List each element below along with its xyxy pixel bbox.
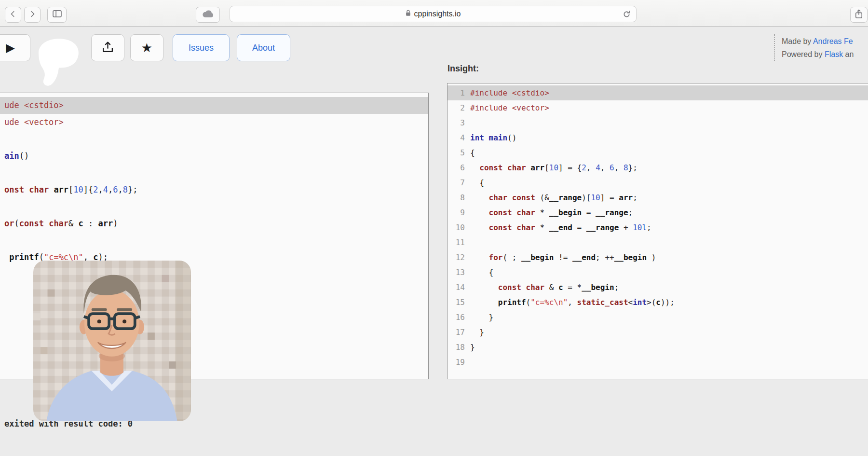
issues-button[interactable]: Issues [173, 34, 230, 61]
play-icon: ▶ [6, 41, 14, 55]
author-photo [33, 261, 191, 421]
url-bar[interactable]: cppinsights.io [230, 6, 637, 22]
upload-icon [101, 41, 114, 55]
line-number: 14 [450, 280, 465, 295]
star-button[interactable]: ★ [130, 34, 163, 61]
line-number: 10 [450, 220, 465, 235]
insight-panel: 1#include <cstdio>2#include <vector>34in… [447, 83, 868, 379]
source-code[interactable]: ude <cstdio>ude <vector>ain()onst char a… [0, 97, 428, 266]
credits: Made by Andreas Fe Powered by Flask an [782, 35, 854, 61]
line-number: 13 [450, 265, 465, 280]
credit-text: Made by [782, 37, 813, 45]
code-line: 4int main() [448, 130, 868, 145]
line-number: 18 [450, 340, 465, 355]
line-number: 19 [450, 355, 465, 370]
page: cppinsights.io ▶ ★ Issues About Made by … [0, 0, 868, 456]
cloud-tab-button[interactable] [196, 7, 220, 23]
about-button[interactable]: About [237, 34, 290, 61]
run-button[interactable]: ▶ [0, 34, 30, 61]
credit-link[interactable]: Andreas Fe [813, 37, 853, 45]
sidebar-toggle-button[interactable] [47, 7, 67, 23]
chevron-right-icon [29, 11, 36, 19]
code-line: 7 { [448, 175, 868, 190]
line-number: 12 [450, 250, 465, 265]
about-label: About [252, 43, 275, 53]
line-number: 9 [450, 205, 465, 220]
reload-icon[interactable] [623, 10, 631, 20]
credit-line-made-by: Made by Andreas Fe [782, 35, 854, 48]
code-line: 19 [448, 355, 868, 370]
line-number: 5 [450, 145, 465, 160]
credit-line-powered-by: Powered by Flask an [782, 48, 854, 61]
lock-icon [406, 10, 411, 18]
code-line [0, 165, 428, 181]
code-line [0, 198, 428, 215]
code-line: 9 const char * __begin = __range; [448, 205, 868, 220]
line-number: 11 [450, 235, 465, 250]
forward-button[interactable] [24, 7, 41, 23]
line-number: 15 [450, 295, 465, 310]
code-line [0, 232, 428, 249]
white-blob-overlay [32, 25, 86, 101]
code-line: 11 [448, 235, 868, 250]
author-photo-illustration [33, 261, 191, 421]
code-line: or(const char& c : arr) [0, 215, 428, 232]
code-line: 14 const char & c = *__begin; [448, 280, 868, 295]
credit-text: Powered by [782, 50, 825, 58]
code-line: 15 printf("c=%c\n", static_cast<int>(c))… [448, 295, 868, 310]
code-line: 10 const char * __end = __range + 10l; [448, 220, 868, 235]
line-number: 1 [450, 85, 465, 100]
code-line: 6 const char arr[10] = {2, 4, 6, 8}; [448, 160, 868, 175]
code-line: onst char arr[10]{2,4,6,8}; [0, 181, 428, 198]
line-number: 7 [450, 175, 465, 190]
code-line: ain() [0, 148, 428, 165]
line-number: 6 [450, 160, 465, 175]
line-number: 2 [450, 100, 465, 115]
upload-button[interactable] [91, 34, 124, 61]
code-line: 5{ [448, 145, 868, 160]
issues-label: Issues [189, 43, 214, 53]
back-button[interactable] [5, 7, 21, 23]
share-icon [855, 9, 863, 21]
insight-label: Insight: [448, 64, 479, 74]
url-text: cppinsights.io [414, 10, 461, 18]
insight-code: 1#include <cstdio>2#include <vector>34in… [448, 85, 868, 370]
code-line: 8 char const (&__range)[10] = arr; [448, 190, 868, 205]
code-line: ude <vector> [0, 114, 428, 131]
line-number: 8 [450, 190, 465, 205]
share-button[interactable] [850, 7, 868, 23]
line-number: 3 [450, 115, 465, 130]
sidebar-icon [53, 10, 62, 19]
code-line: 12 for( ; __begin != __end; ++__begin ) [448, 250, 868, 265]
code-line: 17 } [448, 325, 868, 340]
line-number: 17 [450, 325, 465, 340]
credits-separator [774, 34, 775, 61]
browser-chrome: cppinsights.io [0, 0, 868, 27]
code-line: 1#include <cstdio> [448, 85, 868, 100]
code-line: 3 [448, 115, 868, 130]
cloud-icon [202, 10, 214, 20]
code-line: 13 { [448, 265, 868, 280]
credit-text: an [843, 50, 854, 58]
chevron-left-icon [10, 11, 16, 19]
code-line [0, 131, 428, 148]
code-line: 18} [448, 340, 868, 355]
star-icon: ★ [141, 41, 152, 55]
line-number: 4 [450, 130, 465, 145]
code-line: 2#include <vector> [448, 100, 868, 115]
credit-link[interactable]: Flask [825, 50, 843, 58]
code-line: 16 } [448, 310, 868, 325]
line-number: 16 [450, 310, 465, 325]
